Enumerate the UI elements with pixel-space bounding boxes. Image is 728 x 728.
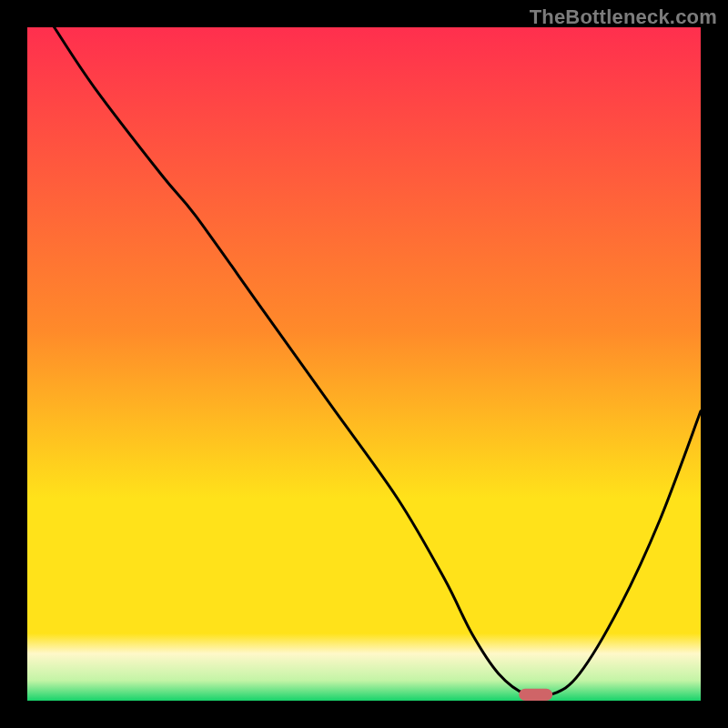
gradient-background xyxy=(27,27,701,701)
optimal-marker xyxy=(519,689,552,701)
chart-frame: TheBottleneck.com xyxy=(0,0,728,728)
bottleneck-chart xyxy=(27,27,701,701)
watermark-text: TheBottleneck.com xyxy=(530,5,717,29)
